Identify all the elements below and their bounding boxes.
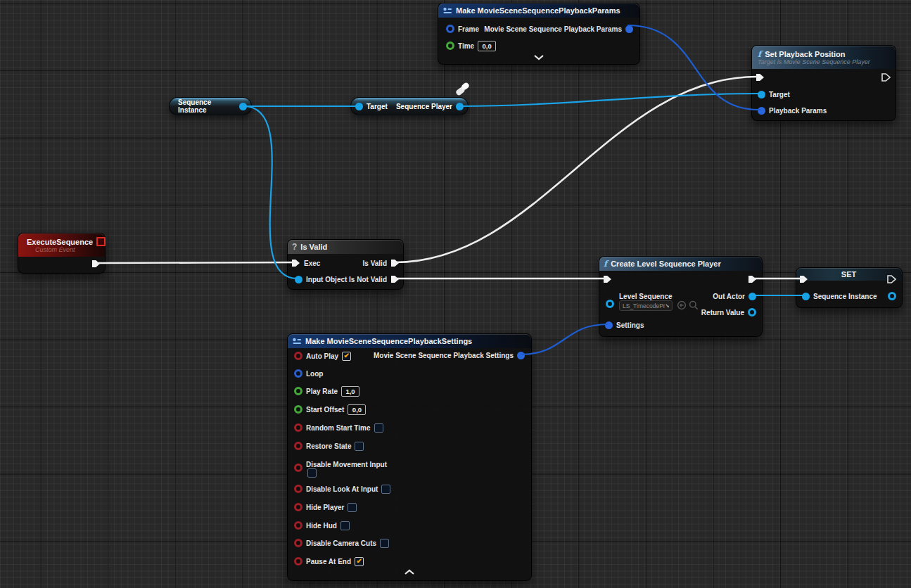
pause-at-end-label: Pause At End: [306, 558, 351, 565]
input-object-pin-label: Input Object: [306, 276, 347, 283]
node-title: SET: [841, 270, 856, 279]
blueprint-graph-canvas[interactable]: Make MovieSceneSequencePlaybackParams Fr…: [0, 0, 911, 588]
random-start-time-checkbox[interactable]: ✔: [374, 423, 383, 433]
disable-movement-input-checkbox[interactable]: ✔: [307, 468, 317, 478]
function-icon: f: [604, 260, 607, 268]
target-pin-label: Target: [769, 91, 790, 98]
node-title: Make MovieSceneSequencePlaybackSettings: [305, 337, 472, 345]
random-start-time-label: Random Start Time: [306, 424, 371, 432]
hide-player-label: Hide Player: [306, 504, 344, 511]
loop-pin[interactable]: [294, 369, 302, 378]
make-struct-icon: [442, 7, 452, 15]
restore-state-checkbox[interactable]: ✔: [355, 442, 364, 451]
disable-look-at-input-pin[interactable]: [294, 485, 302, 493]
disable-movement-input-pin[interactable]: [294, 464, 302, 472]
is-valid-pin-label: Is Valid: [363, 260, 387, 267]
is-not-valid-pin-label: Is Not Valid: [349, 276, 387, 283]
make-struct-icon: [292, 338, 302, 345]
hide-hud-pin[interactable]: [294, 521, 302, 530]
node-make-playback-params[interactable]: Make MovieSceneSequencePlaybackParams Fr…: [438, 3, 640, 65]
variable-label: Sequence Player: [396, 103, 452, 110]
level-sequence-pin[interactable]: [606, 300, 614, 308]
search-asset-icon[interactable]: [689, 300, 699, 310]
random-start-time-pin[interactable]: [294, 423, 302, 432]
restore-state-pin[interactable]: [294, 442, 302, 450]
asset-name: LS_TimecodePr: [623, 302, 665, 309]
pause-at-end-pin[interactable]: [294, 557, 302, 565]
node-create-level-sequence-player[interactable]: f Create Level Sequence Player Level Seq…: [599, 256, 763, 337]
dropdown-chevron-icon: [665, 304, 669, 308]
frame-pin-label: Frame: [458, 25, 479, 33]
node-title: Is Valid: [300, 243, 327, 251]
auto-play-pin[interactable]: [294, 352, 302, 360]
browse-to-asset-icon[interactable]: [677, 300, 687, 310]
node-header[interactable]: Make MovieSceneSequencePlaybackParams: [438, 4, 639, 18]
playback-params-pin-label: Playback Params: [769, 107, 827, 115]
value-output-pin[interactable]: [888, 292, 896, 300]
exec-pin-label: Exec: [304, 260, 320, 267]
level-sequence-asset-dropdown[interactable]: LS_TimecodePr: [619, 300, 673, 311]
disable-camera-cuts-pin[interactable]: [294, 539, 302, 547]
time-pin-label: Time: [458, 42, 474, 50]
time-value-field[interactable]: 0,0: [478, 41, 496, 51]
target-pin-label: Target: [367, 103, 388, 110]
wire-seqplayer-to-target[interactable]: [460, 94, 760, 106]
node-make-playback-settings[interactable]: Make MovieSceneSequencePlaybackSettings …: [287, 333, 532, 581]
node-title: Set Playback Position: [765, 50, 845, 58]
collapse-chevron-up-icon[interactable]: [404, 569, 415, 575]
settings-pin-label: Settings: [616, 321, 644, 329]
play-rate-field[interactable]: 1,0: [341, 386, 359, 397]
level-sequence-pin-label: Level Sequence: [619, 293, 673, 300]
out-actor-pin-label: Out Actor: [713, 293, 745, 300]
variable-label: Sequence Instance: [178, 98, 239, 114]
auto-play-checkbox[interactable]: ✔: [342, 352, 351, 361]
node-subtitle: Target is Movie Scene Sequence Player: [758, 58, 891, 65]
node-execute-sequence-event[interactable]: ExecuteSequence Custom Event: [18, 233, 106, 274]
time-pin[interactable]: [446, 41, 454, 50]
hide-hud-label: Hide Hud: [306, 522, 337, 530]
node-get-sequence-player[interactable]: Target Sequence Player: [350, 97, 469, 115]
node-title: Make MovieSceneSequencePlaybackParams: [456, 6, 620, 15]
hide-player-checkbox[interactable]: ✔: [348, 503, 357, 512]
exec-out-pin[interactable]: [887, 275, 896, 283]
function-icon: f: [758, 50, 761, 58]
node-subtitle: Custom Event: [23, 246, 100, 253]
node-title: ExecuteSequence: [27, 238, 93, 246]
play-rate-label: Play Rate: [306, 388, 338, 395]
disable-look-at-input-checkbox[interactable]: ✔: [381, 485, 390, 494]
auto-play-label: Auto Play: [306, 352, 338, 360]
event-bind-icon[interactable]: [96, 237, 106, 246]
start-offset-pin[interactable]: [294, 405, 302, 414]
node-set-playback-position[interactable]: f Set Playback Position Target is Movie …: [751, 45, 896, 121]
wire-settings-to-create[interactable]: [521, 324, 608, 354]
restore-state-label: Restore State: [306, 442, 351, 450]
node-title: Create Level Sequence Player: [611, 260, 721, 268]
disable-look-at-input-label: Disable Look At Input: [306, 485, 378, 493]
cursor-icon: [454, 82, 472, 98]
disable-camera-cuts-label: Disable Camera Cuts: [306, 539, 376, 547]
disable-movement-input-label: Disable Movement Input: [306, 461, 387, 468]
output-pin-label: Movie Scene Sequence Playback Params: [484, 25, 622, 33]
start-offset-field[interactable]: 0,0: [348, 404, 366, 415]
start-offset-label: Start Offset: [306, 406, 344, 414]
return-value-pin[interactable]: [748, 308, 756, 317]
disable-camera-cuts-checkbox[interactable]: ✔: [380, 539, 389, 548]
pause-at-end-checkbox[interactable]: ✔: [355, 557, 364, 566]
sequence-instance-pin-label: Sequence Instance: [813, 293, 877, 300]
wire-exec-event-to-isvalid[interactable]: [97, 262, 295, 263]
play-rate-pin[interactable]: [294, 387, 302, 395]
exec-out-pin[interactable]: [881, 73, 891, 82]
node-get-sequence-instance[interactable]: Sequence Instance: [169, 97, 252, 115]
return-value-pin-label: Return Value: [701, 309, 744, 317]
hide-player-pin[interactable]: [294, 503, 302, 511]
node-set-sequence-instance[interactable]: SET Sequence Instance: [796, 267, 903, 308]
loop-label: Loop: [306, 370, 323, 378]
question-icon: ?: [292, 243, 297, 251]
frame-pin[interactable]: [446, 25, 454, 33]
settings-output-pin-label: Movie Scene Sequence Playback Settings: [374, 352, 514, 359]
hide-hud-checkbox[interactable]: ✔: [340, 521, 350, 530]
node-is-valid[interactable]: ? Is Valid Exec Is Valid Input Object Is…: [287, 239, 404, 290]
collapse-chevron-down-icon[interactable]: [533, 54, 544, 60]
